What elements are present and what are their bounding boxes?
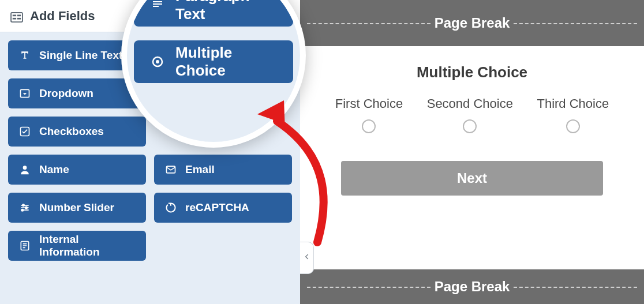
field-label: Name — [39, 163, 69, 176]
magnifier-item-multiple-choice[interactable]: Multiple Choice — [134, 40, 293, 83]
sidebar-collapse-handle[interactable] — [300, 242, 314, 274]
preview-body: Multiple Choice First Choice Second Choi… — [300, 46, 644, 269]
choice-radio[interactable] — [362, 119, 376, 133]
svg-point-14 — [156, 60, 159, 63]
field-label: Email — [185, 163, 215, 176]
choices-row: First Choice Second Choice Third Choice — [323, 96, 621, 133]
choice-label: Third Choice — [537, 96, 609, 111]
magnifier-item-label: Multiple Choice — [175, 44, 277, 80]
recaptcha-icon — [164, 201, 177, 214]
choice-label: First Choice — [335, 96, 403, 111]
text-icon — [18, 49, 31, 62]
radio-icon — [150, 54, 165, 69]
field-email[interactable]: Email — [154, 155, 292, 185]
choice-second: Second Choice — [427, 96, 513, 133]
slider-icon — [18, 201, 31, 214]
svg-rect-1 — [13, 14, 16, 16]
choice-label: Second Choice — [427, 96, 513, 111]
checkbox-icon — [18, 125, 31, 138]
chevron-left-icon — [303, 253, 311, 263]
choice-radio[interactable] — [566, 119, 580, 133]
field-label: Checkboxes — [39, 125, 104, 138]
field-label: Number Slider — [39, 201, 114, 214]
page-break-label: Page Break — [435, 279, 510, 295]
paragraph-icon — [150, 0, 165, 13]
user-icon — [18, 163, 31, 176]
svg-rect-4 — [17, 17, 21, 19]
choice-first: First Choice — [335, 96, 403, 133]
field-checkboxes[interactable]: Checkboxes — [8, 117, 146, 147]
field-recaptcha[interactable]: reCAPTCHA — [154, 193, 292, 223]
page-break-top[interactable]: Page Break — [300, 0, 644, 46]
internal-icon — [18, 239, 31, 252]
field-number-slider[interactable]: Number Slider — [8, 193, 146, 223]
field-label: Internal Information — [39, 233, 136, 258]
field-name[interactable]: Name — [8, 155, 146, 185]
magnifier-item-paragraph-text[interactable]: Paragraph Text — [134, 0, 293, 27]
svg-rect-0 — [11, 12, 23, 21]
email-icon — [164, 163, 177, 176]
field-title: Multiple Choice — [417, 63, 527, 81]
dropdown-icon — [18, 87, 31, 100]
svg-point-9 — [23, 204, 24, 206]
sidebar: Add Fields Single Line Text Dropdown — [0, 0, 300, 304]
svg-point-7 — [23, 166, 27, 170]
sidebar-title: Add Fields — [30, 9, 95, 24]
next-button-label: Next — [457, 170, 487, 186]
magnifier-item-label: Paragraph Text — [175, 0, 277, 23]
field-internal-information[interactable]: Internal Information — [8, 231, 146, 261]
svg-point-10 — [25, 207, 27, 208]
add-fields-icon — [10, 11, 23, 21]
field-label: Single Line Text — [39, 49, 122, 62]
form-preview: Page Break Multiple Choice First Choice … — [300, 0, 644, 304]
page-break-label: Page Break — [435, 15, 510, 31]
svg-rect-2 — [17, 14, 21, 16]
field-label: Dropdown — [39, 87, 93, 100]
svg-rect-3 — [13, 17, 16, 19]
svg-point-11 — [21, 209, 23, 211]
field-label: reCAPTCHA — [185, 201, 249, 214]
page-break-bottom[interactable]: Page Break — [300, 269, 644, 304]
choice-third: Third Choice — [537, 96, 609, 133]
choice-radio[interactable] — [463, 119, 477, 133]
next-button[interactable]: Next — [341, 161, 603, 196]
